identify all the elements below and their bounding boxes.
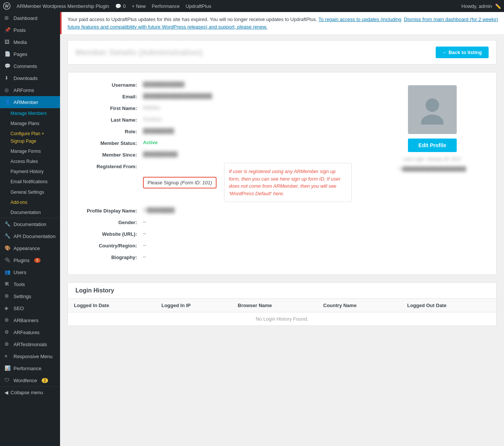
collapse-menu-button[interactable]: ◀ Collapse menu [0, 386, 60, 398]
registered-from-label: Registered From: [75, 163, 143, 169]
sidebar-item-media[interactable]: 🖼 Media [0, 36, 60, 48]
sidebar-item-artestimonials[interactable]: ⚙ ARTestimonials [0, 338, 60, 350]
sidebar-item-arfeatures[interactable]: ⚙ ARFeatures [0, 326, 60, 338]
sidebar-item-plugins[interactable]: 🔌 Plugins 6 [0, 254, 60, 266]
sidebar-item-performance[interactable]: 📊 Performance [0, 362, 60, 374]
sidebar-item-armember[interactable]: 👤 ARMember [0, 96, 60, 108]
profile-fields: Username: ████████████ Email: ██████████… [75, 81, 369, 265]
sidebar-item-users[interactable]: 👥 Users [0, 266, 60, 278]
back-to-listing-button[interactable]: ← Back to listing [436, 47, 489, 58]
sidebar-sub-email-notifications[interactable]: Email Notifications [0, 177, 60, 187]
performance-bar-item[interactable]: Performance [152, 3, 179, 9]
sidebar-sub-add-ons[interactable]: Add-ons [0, 197, 60, 208]
member-since-value: ██████████ [143, 151, 369, 157]
avatar [408, 85, 457, 134]
sidebar: ⊞ Dashboard 📌 Posts 🖼 Media 📄 Pages 💬 Co… [0, 12, 60, 446]
sidebar-item-downloads[interactable]: ⬇ Downloads [0, 72, 60, 84]
sidebar-item-wordfence[interactable]: 🛡 Wordfence 2 [0, 374, 60, 386]
col-logged-out-date: Logged Out Date [401, 299, 496, 312]
gender-row: Gender: -- [75, 219, 369, 225]
registered-from-content: Please Signup (Form ID: 101) If user is … [143, 163, 369, 202]
login-history-title: Login History [75, 287, 489, 294]
sidebar-item-documentation[interactable]: 🔧 Documentation [0, 218, 60, 230]
firstname-row: First Name: Mathieu [75, 105, 369, 111]
sidebar-sub-documentation[interactable]: Documentation [0, 208, 60, 218]
biography-value: -- [143, 254, 369, 259]
biography-row: Biography: -- [75, 254, 369, 260]
sidebar-sub-general-settings[interactable]: General Settings [0, 187, 60, 197]
sidebar-item-pages[interactable]: 📄 Pages [0, 48, 60, 60]
gender-value: -- [143, 219, 369, 225]
firstname-value: Mathieu [143, 105, 369, 110]
new-item[interactable]: + New [132, 3, 146, 9]
sidebar-sub-manage-forms[interactable]: Manage Forms [0, 146, 60, 157]
member-status-value: Active [143, 140, 369, 145]
sidebar-item-arforms[interactable]: ◎ ARForms [0, 84, 60, 96]
sidebar-item-dashboard[interactable]: ⊞ Dashboard [0, 12, 60, 24]
display-name-row: Profile Display Name: M████████ [75, 207, 369, 214]
website-value: -- [143, 231, 369, 236]
pages-icon: 📄 [5, 51, 11, 57]
registered-from-row: Registered From: Please Signup (Form ID:… [75, 163, 369, 202]
svg-text:W: W [5, 4, 9, 8]
media-icon: 🖼 [5, 39, 11, 45]
member-status-row: Member Status: Active [75, 140, 369, 146]
profile-right: Edit Profile Last Login: January 26, 201… [376, 81, 489, 265]
content-area: Dismiss from main dashboard (for 2 weeks… [60, 12, 504, 446]
comments-item[interactable]: 💬 0 [115, 3, 126, 9]
username-label: Username: [75, 81, 143, 88]
table-header-row: Logged In Date Logged In IP Browser Name… [68, 299, 496, 312]
sidebar-sub-access-rules[interactable]: Access Rules [0, 157, 60, 167]
login-history-section: Login History Logged In Date Logged In I… [68, 282, 496, 326]
country-value: -- [143, 242, 369, 248]
dismiss-link[interactable]: Dismiss from main dashboard (for 2 weeks… [404, 16, 498, 23]
member-since-row: Member Since: ██████████ [75, 151, 369, 158]
lastname-row: Last Name: Goubout [75, 116, 369, 123]
sidebar-sub-manage-plans[interactable]: Manage Plans [0, 119, 60, 129]
performance-icon: 📊 [5, 365, 11, 371]
member-status-label: Member Status: [75, 140, 143, 146]
updraft-item[interactable]: UpdraftPlus [186, 3, 211, 9]
arbanners-icon: ⚙ [5, 317, 11, 323]
wp-logo-icon: W [3, 2, 11, 10]
member-since-label: Member Since: [75, 151, 143, 158]
lastname-value: Goubout [143, 116, 369, 122]
sidebar-item-api-doc[interactable]: 🔧 API Documentation [0, 230, 60, 242]
api-icon: 🔧 [5, 233, 11, 239]
sidebar-sub-manage-members[interactable]: Manage Members [0, 108, 60, 119]
sidebar-item-comments[interactable]: 💬 Comments [0, 60, 60, 72]
role-row: Role: █████████ [75, 128, 369, 134]
edit-profile-button[interactable]: Edit Profile [408, 139, 457, 152]
col-logged-in-date: Logged In Date [68, 299, 155, 312]
login-history-table: Logged In Date Logged In IP Browser Name… [68, 299, 496, 325]
admin-bar: W ARMember Wordpress Membership Plugin 💬… [0, 0, 504, 12]
seo-icon: ◈ [5, 305, 11, 311]
wp-logo-item[interactable]: W [3, 2, 11, 10]
display-name-value: M████████ [143, 207, 369, 213]
comment-icon: 💬 [115, 3, 121, 9]
posts-icon: 📌 [5, 27, 11, 33]
registered-from-tooltip: If user is registered using any ARMember… [224, 163, 352, 202]
plugins-icon: 🔌 [5, 257, 11, 263]
last-logged-value: 9 ████████████████████ [399, 166, 466, 172]
site-name-item[interactable]: ARMember Wordpress Membership Plugin [17, 3, 109, 9]
sidebar-sub-configure-plan[interactable]: Configure Plan + Signup Page [0, 129, 60, 146]
country-row: Country/Region: -- [75, 242, 369, 249]
sidebar-item-posts[interactable]: 📌 Posts [0, 24, 60, 36]
sidebar-item-arbanners[interactable]: ⚙ ARBanners [0, 314, 60, 326]
sidebar-sub-payment-history[interactable]: Payment History [0, 167, 60, 177]
sidebar-item-appearance[interactable]: 🎨 Appearance [0, 242, 60, 254]
website-row: Website (URL): -- [75, 231, 369, 237]
sidebar-item-seo[interactable]: ◈ SEO [0, 302, 60, 314]
sidebar-item-tools[interactable]: 🛠 Tools [0, 278, 60, 290]
main-content: Member Details (Administration) ← Back t… [60, 34, 504, 332]
howdy-label: Howdy, admin [462, 3, 492, 9]
no-data-row: No Login History Found. [68, 312, 496, 326]
login-history-header: Login History [68, 283, 496, 299]
responsive-icon: ≡ [5, 353, 11, 359]
settings-icon: ⚙ [5, 293, 11, 299]
sidebar-item-settings[interactable]: ⚙ Settings [0, 290, 60, 302]
sidebar-item-responsive-menu[interactable]: ≡ Responsive Menu [0, 350, 60, 362]
gender-label: Gender: [75, 219, 143, 225]
users-icon: 👥 [5, 269, 11, 275]
